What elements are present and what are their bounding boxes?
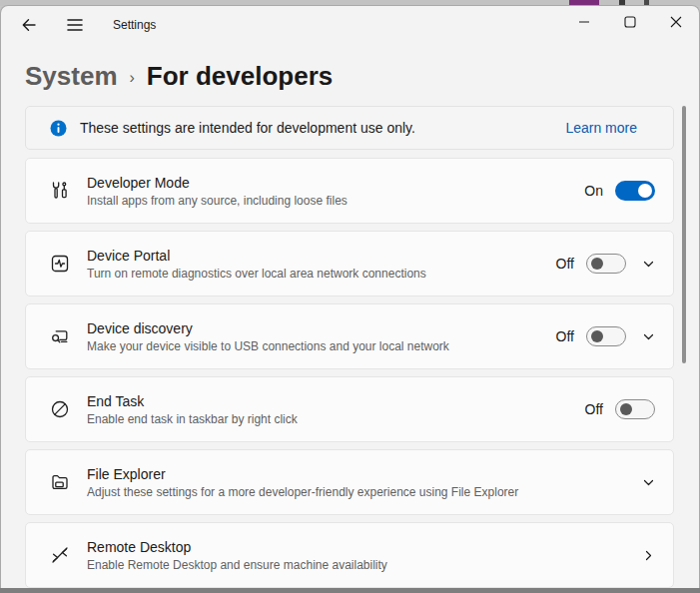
toggle-knob bbox=[591, 258, 603, 270]
setting-row-end-task: End Task Enable end task in taskbar by r… bbox=[25, 376, 674, 442]
toggle-knob bbox=[620, 403, 632, 415]
setting-title: File Explorer bbox=[87, 466, 626, 482]
device-portal-icon bbox=[50, 254, 70, 274]
chevron-right-icon[interactable] bbox=[642, 549, 655, 562]
toggle-state-label: Off bbox=[556, 256, 574, 272]
screen-bottom-strip bbox=[0, 588, 700, 593]
toggle-state-label: Off bbox=[585, 401, 603, 417]
chevron-down-icon[interactable] bbox=[642, 258, 655, 271]
setting-text: File Explorer Adjust these settings for … bbox=[87, 466, 626, 499]
maximize-icon bbox=[624, 16, 636, 28]
settings-window: Settings System › For developers bbox=[0, 5, 700, 593]
setting-text: Developer Mode Install apps from any sou… bbox=[87, 175, 584, 208]
toggle-state-label: On bbox=[584, 183, 603, 199]
device-discovery-icon bbox=[50, 326, 70, 346]
end-task-toggle[interactable] bbox=[615, 399, 655, 419]
breadcrumb-system[interactable]: System bbox=[25, 61, 118, 92]
remote-desktop-icon bbox=[50, 545, 70, 565]
setting-row-file-explorer[interactable]: File Explorer Adjust these settings for … bbox=[25, 449, 674, 515]
caption-controls bbox=[561, 6, 699, 38]
navigation-menu-button[interactable] bbox=[55, 7, 95, 43]
setting-subtitle: Install apps from any source, including … bbox=[87, 194, 584, 208]
toggle-knob bbox=[591, 330, 603, 342]
setting-title: Device discovery bbox=[87, 320, 556, 336]
developer-mode-toggle[interactable] bbox=[615, 181, 655, 201]
toggle-state-label: Off bbox=[556, 328, 574, 344]
setting-subtitle: Enable end task in taskbar by right clic… bbox=[87, 412, 585, 426]
toggle-knob bbox=[638, 184, 652, 198]
settings-content: These settings are intended for developm… bbox=[1, 100, 699, 588]
device-discovery-toggle[interactable] bbox=[586, 326, 626, 346]
setting-subtitle: Turn on remote diagnostics over local ar… bbox=[87, 267, 556, 281]
close-button[interactable] bbox=[653, 6, 699, 38]
minimize-button[interactable] bbox=[561, 6, 607, 38]
hamburger-menu-icon bbox=[67, 18, 83, 32]
setting-row-remote-desktop[interactable]: Remote Desktop Enable Remote Desktop and… bbox=[25, 522, 674, 588]
info-icon bbox=[50, 120, 67, 137]
setting-row-device-discovery[interactable]: Device discovery Make your device visibl… bbox=[25, 303, 674, 369]
info-banner: These settings are intended for developm… bbox=[25, 106, 674, 150]
titlebar: Settings bbox=[1, 6, 699, 44]
setting-subtitle: Adjust these settings for a more develop… bbox=[87, 485, 626, 499]
chevron-down-icon[interactable] bbox=[642, 476, 655, 489]
breadcrumb-separator: › bbox=[130, 65, 135, 87]
maximize-button[interactable] bbox=[607, 6, 653, 38]
setting-text: End Task Enable end task in taskbar by r… bbox=[87, 393, 585, 426]
setting-text: Device Portal Turn on remote diagnostics… bbox=[87, 248, 556, 281]
window-title: Settings bbox=[113, 18, 156, 32]
setting-row-developer-mode: Developer Mode Install apps from any sou… bbox=[25, 158, 674, 224]
setting-title: Device Portal bbox=[87, 248, 556, 264]
vertical-scrollbar[interactable] bbox=[682, 106, 686, 363]
back-button[interactable] bbox=[9, 7, 49, 43]
setting-subtitle: Enable Remote Desktop and ensure machine… bbox=[87, 558, 626, 572]
setting-text: Remote Desktop Enable Remote Desktop and… bbox=[87, 539, 626, 572]
setting-subtitle: Make your device visible to USB connecti… bbox=[87, 339, 556, 353]
close-icon bbox=[670, 16, 682, 28]
setting-title: Remote Desktop bbox=[87, 539, 626, 555]
chevron-down-icon[interactable] bbox=[642, 330, 655, 343]
end-task-icon bbox=[50, 399, 70, 419]
developer-mode-icon bbox=[50, 181, 70, 201]
setting-title: End Task bbox=[87, 393, 585, 409]
minimize-icon bbox=[578, 16, 590, 28]
setting-text: Device discovery Make your device visibl… bbox=[87, 320, 556, 353]
device-portal-toggle[interactable] bbox=[586, 254, 626, 274]
setting-row-device-portal[interactable]: Device Portal Turn on remote diagnostics… bbox=[25, 231, 674, 296]
back-arrow-icon bbox=[21, 17, 37, 33]
file-explorer-icon bbox=[50, 472, 70, 492]
setting-title: Developer Mode bbox=[87, 175, 584, 191]
page-title: For developers bbox=[147, 61, 333, 92]
learn-more-link[interactable]: Learn more bbox=[565, 120, 637, 136]
breadcrumb: System › For developers bbox=[1, 44, 699, 100]
banner-text: These settings are intended for developm… bbox=[80, 120, 565, 136]
